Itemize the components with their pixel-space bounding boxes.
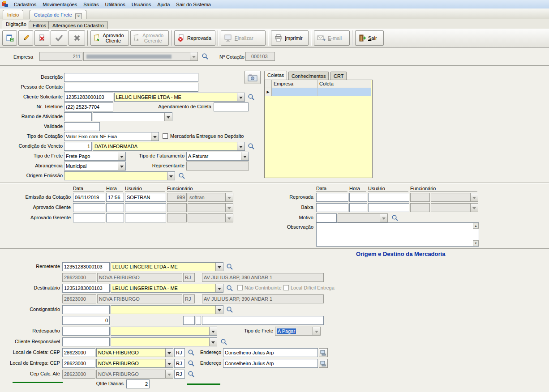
dropdown-arrow-icon[interactable]	[209, 327, 217, 335]
cliente-search-icon[interactable]	[248, 94, 255, 101]
dropdown-arrow-icon[interactable]	[237, 142, 244, 150]
coletas-grid[interactable]: Empresa Coleta ▶	[264, 80, 373, 178]
ramo-codigo-input[interactable]	[64, 112, 92, 121]
tab-digitacao[interactable]: Digitação	[2, 20, 30, 29]
qtde-diarias-input[interactable]: 2	[126, 379, 150, 388]
empresa-search-icon[interactable]	[202, 53, 209, 60]
redespacho-combo[interactable]	[111, 327, 217, 336]
menu-usuarios[interactable]: Usuários	[129, 1, 154, 8]
remetente-codigo-input[interactable]: 12351283000103	[62, 262, 110, 271]
emissao-usuario-field[interactable]: SOFTRAN	[125, 193, 166, 202]
tab-inicio[interactable]: Início	[3, 10, 23, 19]
tab-coletas[interactable]: Coletas	[264, 71, 287, 80]
photo-button[interactable]	[244, 71, 261, 84]
menu-movimentacoes[interactable]: Movimentações	[39, 1, 80, 8]
consignatario-search-icon[interactable]	[226, 306, 233, 313]
cep-calc-search-icon[interactable]	[188, 371, 195, 378]
coleta-cidade-combo[interactable]: NOVA FRIBURGO	[96, 348, 173, 357]
entrega-endereco-map-button[interactable]	[319, 359, 328, 368]
edit-button[interactable]	[18, 30, 33, 46]
menu-cadastros[interactable]: Cadastros	[11, 1, 39, 8]
delete-button[interactable]	[34, 30, 49, 46]
origem-emissao-combo[interactable]	[64, 171, 175, 180]
cliente-responsavel-search-icon[interactable]	[220, 338, 227, 345]
tab-alteracoes-cadastro[interactable]: Alterações no Cadastro	[48, 21, 108, 29]
telefone-input[interactable]: (22) 2523-7704	[64, 102, 113, 111]
grid-cell-empresa[interactable]	[272, 88, 317, 96]
dropdown-arrow-icon[interactable]	[241, 152, 249, 160]
baixa-hora-field[interactable]	[349, 203, 367, 212]
validade-input[interactable]	[64, 122, 100, 131]
row-selector-arrow-icon[interactable]: ▶	[265, 88, 272, 96]
aprovado-cliente-button[interactable]: Aprovado Cliente	[90, 30, 129, 46]
dropdown-arrow-icon[interactable]	[237, 93, 244, 101]
condicao-desc-combo[interactable]: DATA INFORMADA	[93, 142, 245, 151]
consignatario-uf-field[interactable]	[183, 316, 195, 325]
baixa-usuario-field[interactable]	[368, 203, 409, 212]
consignatario-small-field[interactable]	[196, 316, 201, 325]
consignatario-nome-combo[interactable]	[111, 305, 223, 314]
baixa-data-field[interactable]	[316, 203, 348, 212]
imprimir-button[interactable]: Imprimir	[271, 30, 309, 46]
destinatario-codigo-input[interactable]: 12351283000103	[62, 284, 110, 293]
cliente-responsavel-codigo-input[interactable]	[62, 337, 110, 346]
tipo-cotacao-combo[interactable]: Valor Fixo com NF Fixa	[64, 132, 159, 141]
ramo-combo[interactable]	[93, 112, 172, 121]
tab-filtros[interactable]: Filtros	[29, 21, 50, 29]
consignatario-num-field[interactable]: 0	[62, 316, 110, 325]
aprovado-cliente-data-field[interactable]	[73, 203, 105, 212]
dropdown-arrow-icon[interactable]	[215, 263, 223, 271]
grid-row-selected[interactable]: ▶	[265, 88, 372, 96]
destinatario-search-icon[interactable]	[226, 285, 233, 292]
agendamento-input[interactable]	[214, 102, 249, 111]
origem-emissao-search-icon[interactable]	[178, 172, 185, 179]
cliente-codigo-input[interactable]: 12351283000103	[64, 93, 113, 102]
aprovado-gerente-data-field[interactable]	[73, 213, 105, 222]
menu-utilitarios[interactable]: Utilitários	[102, 1, 128, 8]
entrega-cep-search-icon[interactable]	[188, 360, 195, 367]
entrega-uf-field[interactable]: RJ	[174, 359, 185, 368]
dropdown-arrow-icon[interactable]	[165, 359, 173, 367]
coleta-cep-input[interactable]: 28623000	[62, 348, 95, 357]
new-button[interactable]	[2, 30, 17, 46]
remetente-nome-combo[interactable]: LELUC LINGERIE LTDA - ME	[111, 262, 223, 271]
condicao-search-icon[interactable]	[248, 143, 255, 150]
sair-button[interactable]: Sair	[355, 30, 384, 46]
dropdown-arrow-icon[interactable]	[165, 349, 173, 357]
reprovada-hora-field[interactable]	[349, 193, 367, 202]
aprovado-cliente-usuario-field[interactable]	[125, 203, 166, 212]
entrega-cidade-combo[interactable]: NOVA FRIBURGO	[96, 359, 173, 368]
motivo-search-icon[interactable]	[391, 214, 399, 222]
aprovado-gerente-hora-field[interactable]	[106, 213, 124, 222]
mercadoria-deposito-checkbox[interactable]	[163, 133, 168, 139]
pessoa-contato-input[interactable]	[64, 83, 198, 92]
tab-conhecimentos[interactable]: Conhecimentos	[288, 72, 329, 80]
descricao-input[interactable]	[64, 73, 198, 82]
emissao-hora-field[interactable]: 17:56	[106, 193, 124, 202]
remetente-search-icon[interactable]	[226, 263, 233, 270]
dropdown-arrow-icon[interactable]	[151, 132, 159, 141]
dropdown-arrow-icon[interactable]	[118, 152, 125, 160]
emissao-data-field[interactable]: 06/11/2019	[73, 193, 105, 202]
destinatario-nome-combo[interactable]: LELUC LINGERIE LTDA - ME	[111, 284, 223, 293]
dropdown-arrow-icon[interactable]	[209, 338, 217, 346]
cliente-responsavel-combo[interactable]	[111, 337, 217, 346]
scroll-up-icon[interactable]: ▲	[473, 223, 479, 229]
menu-ajuda[interactable]: Ajuda	[154, 1, 173, 8]
tipo-faturamento-combo[interactable]: A Faturar	[186, 152, 249, 161]
scroll-down-icon[interactable]: ▼	[473, 240, 479, 246]
observacao-textarea[interactable]	[316, 222, 479, 247]
redespacho-codigo-input[interactable]	[62, 327, 110, 336]
abrangencia-combo[interactable]: Municipal	[64, 162, 126, 170]
entrega-endereco-input[interactable]: Conselheiro Julius Arp	[223, 359, 318, 368]
dropdown-arrow-icon[interactable]	[164, 113, 172, 121]
grid-cell-coleta[interactable]	[317, 88, 371, 96]
aprovado-cliente-hora-field[interactable]	[106, 203, 124, 212]
entrega-cep-input[interactable]: 28623000	[62, 359, 95, 368]
reprovada-button[interactable]: Reprovada	[174, 30, 215, 46]
tab-crt[interactable]: CRT	[330, 72, 347, 80]
tab-cotacao-frete[interactable]: Cotação de Frete×	[30, 10, 86, 19]
coleta-endereco-input[interactable]: Conselheiro Julius Arp	[223, 348, 318, 357]
menu-sair-sistema[interactable]: Sair do Sistema	[173, 1, 214, 8]
dropdown-arrow-icon[interactable]	[215, 284, 223, 292]
